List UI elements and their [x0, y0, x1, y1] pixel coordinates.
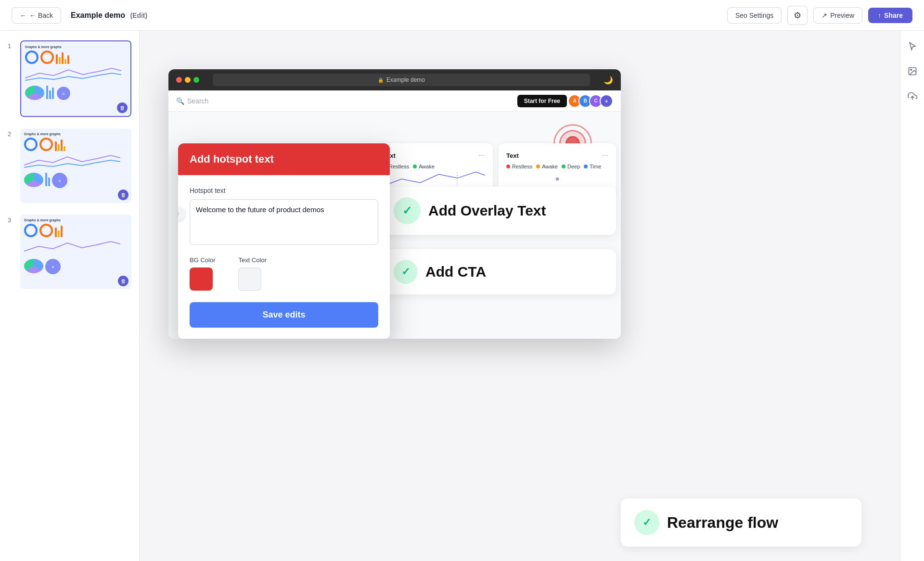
address-bar: 🔒 Example demo: [213, 74, 590, 86]
back-label: ← Back: [29, 12, 53, 19]
legend-awake-label-2: Awake: [542, 164, 558, 169]
legend-dot-amber: [536, 165, 540, 168]
demo-title-text: Example demo: [71, 11, 125, 19]
slide-thumb-title-2: Graphs & more graphs: [24, 132, 128, 136]
legend-awake-2: Awake: [536, 164, 558, 169]
hotspot-text-input[interactable]: [190, 199, 378, 245]
mini-circle-blue: [25, 51, 38, 64]
legend-time-2: Time: [584, 164, 601, 169]
main-content: 🔒 Example demo 🌙 🔍 Search Start for Free…: [140, 31, 900, 561]
mini-circle-blue-3: [24, 224, 38, 237]
slide-number-1: 1: [8, 42, 15, 50]
browser-chrome: 🔒 Example demo 🌙: [168, 69, 621, 90]
save-edits-button[interactable]: Save edits: [190, 302, 378, 328]
legend-restless-label-2: Restless: [512, 164, 532, 169]
slide-thumb-title-1: Graphs & more graphs: [25, 45, 127, 49]
legend-deep-2: Deep: [562, 164, 580, 169]
slide-number-2: 2: [8, 130, 15, 138]
traffic-light-red[interactable]: [176, 77, 182, 83]
seo-settings-button[interactable]: Seo Settings: [727, 7, 782, 24]
rearrange-label: Rearrange flow: [667, 514, 778, 532]
cta-check-circle: ✓: [394, 260, 418, 284]
slide-thumb-1[interactable]: Graphs & more graphs: [20, 40, 131, 117]
legend-time-label: Time: [590, 164, 601, 169]
mini-bar-5: [67, 55, 69, 64]
delete-slide-3[interactable]: 🗑: [118, 276, 128, 286]
nav-right: Start for Free A B C +: [517, 94, 613, 108]
bg-color-label: BG Color: [190, 256, 215, 264]
gear-icon: ⚙: [794, 10, 801, 21]
mini-circle-orange: [40, 51, 54, 64]
rearrange-check-icon: ✓: [642, 516, 651, 529]
legend-deep-label: Deep: [567, 164, 580, 169]
slide-item-3[interactable]: 3 Graphs & more graphs: [6, 213, 133, 291]
bg-color-swatch[interactable]: [190, 268, 213, 291]
traffic-light-green[interactable]: [193, 77, 199, 83]
mini-bottom-row: a: [25, 86, 127, 101]
preview-label: Preview: [830, 12, 854, 19]
slide-item-1[interactable]: 1 Graphs & more graphs: [6, 38, 133, 119]
slide-thumb-3[interactable]: Graphs & more graphs: [20, 215, 131, 289]
mini-circle-blue-2: [24, 138, 38, 151]
cta-check-icon: ✓: [401, 266, 410, 278]
cursor-icon[interactable]: [905, 38, 920, 54]
slide-thumb-2[interactable]: Graphs & more graphs: [20, 128, 131, 203]
legend-dot-green-2: [562, 165, 565, 168]
mini-donut-3: [24, 259, 43, 273]
settings-button[interactable]: ⚙: [787, 6, 808, 25]
text-card-2-menu[interactable]: ···: [602, 151, 608, 160]
mini-bars: [56, 51, 69, 64]
slide-thumb-title-3: Graphs & more graphs: [24, 218, 128, 222]
mini-donut: [25, 86, 44, 100]
back-button[interactable]: ← ← Back: [12, 7, 61, 24]
image-icon[interactable]: [905, 64, 920, 79]
svg-point-1: [910, 69, 911, 71]
demo-title: Example demo (Edit): [71, 11, 147, 20]
slide-thumb-charts-3: [24, 224, 128, 237]
mini-avatar-2: a: [52, 173, 67, 188]
modal-body: ‹ Hotspot text BG Color Text Color: [178, 175, 390, 339]
text-card-1-header: Text ···: [383, 151, 485, 160]
overlay-check-circle: ✓: [394, 197, 421, 224]
mini-bar-1: [56, 54, 58, 64]
modal-header: Add hotspot text: [178, 143, 390, 175]
browser-content: 🔍 Search Start for Free A B C +: [168, 90, 621, 339]
mini-donut-2: [24, 173, 43, 187]
modal-left-arrow[interactable]: ‹: [178, 207, 185, 220]
legend-dot-green: [413, 165, 417, 168]
overlay-check-icon: ✓: [402, 204, 412, 217]
upload-icon[interactable]: [905, 89, 920, 104]
search-icon: 🔍: [176, 97, 184, 105]
hotspot-modal: Add hotspot text ‹ Hotspot text BG Color…: [178, 143, 390, 339]
edit-link[interactable]: (Edit): [130, 12, 147, 19]
preview-button[interactable]: ↗ Preview: [813, 7, 862, 24]
slide-thumb-charts-2: [24, 138, 128, 151]
legend-restless-2: Restless: [506, 164, 532, 169]
start-for-free-button[interactable]: Start for Free: [517, 95, 567, 107]
color-row: BG Color Text Color: [190, 256, 378, 291]
overlay-text-label: Add Overlay Text: [428, 203, 546, 219]
text-card-1-menu[interactable]: ···: [479, 151, 485, 160]
mini-circle-orange-2: [39, 138, 53, 151]
back-arrow-icon: ←: [20, 12, 26, 19]
avatar-add[interactable]: +: [600, 94, 613, 108]
traffic-light-yellow[interactable]: [185, 77, 191, 83]
cta-label: Add CTA: [425, 264, 486, 280]
text-color-swatch[interactable]: [238, 268, 261, 291]
avatar-group: A B C +: [571, 94, 613, 108]
legend-dot-blue-2: [584, 165, 588, 168]
text-card-2-title: Text: [506, 152, 519, 159]
delete-slide-1[interactable]: 🗑: [117, 102, 128, 113]
right-panel: [900, 31, 924, 561]
text-color-field: Text Color: [238, 256, 267, 291]
legend-dot-red: [506, 165, 510, 168]
slide-item-2[interactable]: 2 Graphs & more graphs: [6, 127, 133, 205]
share-button[interactable]: ↑ Share: [868, 8, 912, 23]
top-bar-actions: Seo Settings ⚙ ↗ Preview ↑ Share: [727, 6, 912, 25]
modal-title: Add hotspot text: [190, 153, 274, 165]
dark-mode-icon[interactable]: 🌙: [603, 76, 613, 85]
mini-bars-bottom: [46, 86, 54, 99]
text-card-2-dot: [506, 169, 608, 189]
delete-slide-2[interactable]: 🗑: [118, 190, 128, 200]
top-bar: ← ← Back Example demo (Edit) Seo Setting…: [0, 0, 924, 31]
